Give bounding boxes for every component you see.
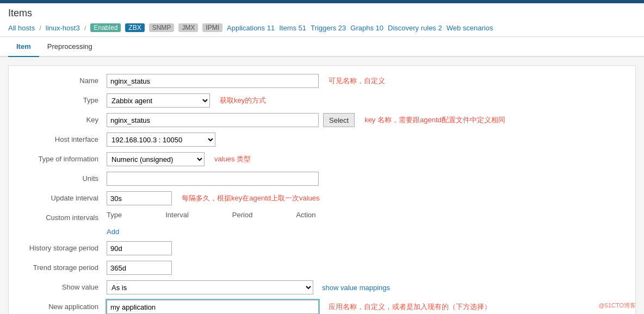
nav-sep-2: / [84, 24, 86, 32]
host-interface-label: Host interface [20, 133, 107, 143]
history-storage-input[interactable] [107, 241, 172, 255]
discovery-rules-link[interactable]: Discovery rules 2 [388, 24, 442, 32]
type-label: Type [20, 93, 107, 104]
new-application-control: 应用名称，自定义，或者是加入现有的（下方选择） [107, 300, 624, 314]
type-select[interactable]: Zabbix agent [107, 93, 210, 108]
nav-sep-1: / [39, 24, 41, 32]
custom-intervals-header: Type Interval Period Action [107, 211, 316, 219]
col-period: Period [232, 211, 253, 219]
show-value-control: As is show value mappings [107, 280, 624, 294]
key-input[interactable] [107, 113, 319, 127]
host-interface-control: 192.168.100.3 : 10050 [107, 133, 624, 147]
show-value-select[interactable]: As is [107, 280, 313, 294]
tab-item[interactable]: Item [8, 37, 39, 57]
items-link[interactable]: Items 51 [279, 24, 306, 32]
add-custom-interval[interactable]: Add [107, 228, 119, 236]
trend-storage-input[interactable] [107, 261, 172, 275]
page-title: Items [8, 8, 636, 19]
custom-intervals-row: Custom intervals Type Interval Period Ac… [20, 211, 624, 236]
key-control: Select key 名称，需要跟agentd配置文件中定义相同 [107, 113, 624, 127]
applications-link[interactable]: Applications 11 [227, 24, 275, 32]
type-of-info-annotation: values 类型 [214, 154, 251, 164]
web-scenarios-link[interactable]: Web scenarios [447, 24, 493, 32]
type-of-info-row: Type of information Numeric (unsigned) v… [20, 152, 624, 166]
key-select-button[interactable]: Select [323, 113, 355, 127]
triggers-link[interactable]: Triggers 23 [311, 24, 346, 32]
update-interval-annotation: 每隔多久，根据key在agentd上取一次values [182, 193, 320, 203]
all-hosts-link[interactable]: All hosts [8, 24, 35, 32]
key-row: Key Select key 名称，需要跟agentd配置文件中定义相同 [20, 113, 624, 127]
new-application-label: New application [20, 300, 107, 311]
nav-bar: All hosts / linux-host3 / Enabled ZBX SN… [8, 23, 636, 32]
new-application-row: New application 应用名称，自定义，或者是加入现有的（下方选择） [20, 300, 624, 314]
custom-intervals-control: Type Interval Period Action Add [107, 211, 624, 236]
update-interval-label: Update interval [20, 191, 107, 202]
enabled-badge[interactable]: Enabled [90, 23, 121, 32]
history-storage-row: History storage period [20, 241, 624, 255]
show-value-row: Show value As is show value mappings [20, 280, 624, 294]
type-of-info-control: Numeric (unsigned) values 类型 [107, 152, 624, 166]
name-row: Name 可见名称，自定义 [20, 74, 624, 88]
show-value-mappings-link[interactable]: show value mappings [322, 284, 390, 292]
host-interface-row: Host interface 192.168.100.3 : 10050 [20, 133, 624, 147]
type-annotation: 获取key的方式 [220, 96, 266, 105]
units-label: Units [20, 172, 107, 183]
show-value-label: Show value [20, 280, 107, 291]
form-area: Name 可见名称，自定义 Type Zabbix agent 获取key的方式… [8, 65, 636, 314]
custom-intervals-label: Custom intervals [20, 211, 107, 222]
key-label: Key [20, 113, 107, 124]
history-storage-control [107, 241, 624, 255]
update-interval-input[interactable] [107, 191, 172, 205]
ipmi-badge[interactable]: IPMI [202, 23, 222, 32]
host-interface-select[interactable]: 192.168.100.3 : 10050 [107, 133, 215, 147]
type-control: Zabbix agent 获取key的方式 [107, 93, 624, 108]
watermark: @51CTO博客 [599, 302, 636, 310]
graphs-link[interactable]: Graphs 10 [350, 24, 383, 32]
units-input[interactable] [107, 172, 319, 186]
type-of-info-select[interactable]: Numeric (unsigned) [107, 152, 205, 166]
trend-storage-label: Trend storage period [20, 261, 107, 272]
update-interval-control: 每隔多久，根据key在agentd上取一次values [107, 191, 624, 205]
zbx-badge[interactable]: ZBX [125, 23, 144, 32]
trend-storage-row: Trend storage period [20, 261, 624, 275]
trend-storage-control [107, 261, 624, 275]
name-control: 可见名称，自定义 [107, 74, 624, 88]
update-interval-row: Update interval 每隔多久，根据key在agentd上取一次val… [20, 191, 624, 205]
col-action: Action [296, 211, 315, 219]
units-row: Units [20, 172, 624, 186]
name-label: Name [20, 74, 107, 85]
tabs: Item Preprocessing [0, 37, 644, 57]
tab-preprocessing[interactable]: Preprocessing [39, 37, 101, 57]
col-type: Type [107, 211, 122, 219]
key-annotation: key 名称，需要跟agentd配置文件中定义相同 [364, 115, 505, 125]
history-storage-label: History storage period [20, 241, 107, 252]
units-control [107, 172, 624, 186]
new-application-input[interactable] [107, 300, 319, 314]
host-link[interactable]: linux-host3 [46, 24, 80, 32]
type-row: Type Zabbix agent 获取key的方式 [20, 93, 624, 108]
snmp-badge[interactable]: SNMP [149, 23, 175, 32]
new-application-annotation: 应用名称，自定义，或者是加入现有的（下方选择） [329, 302, 491, 312]
type-of-info-label: Type of information [20, 152, 107, 163]
content-area: Name 可见名称，自定义 Type Zabbix agent 获取key的方式… [0, 57, 644, 314]
col-interval: Interval [165, 211, 189, 219]
name-input[interactable] [107, 74, 319, 88]
name-annotation: 可见名称，自定义 [329, 76, 385, 86]
jmx-badge[interactable]: JMX [178, 23, 198, 32]
